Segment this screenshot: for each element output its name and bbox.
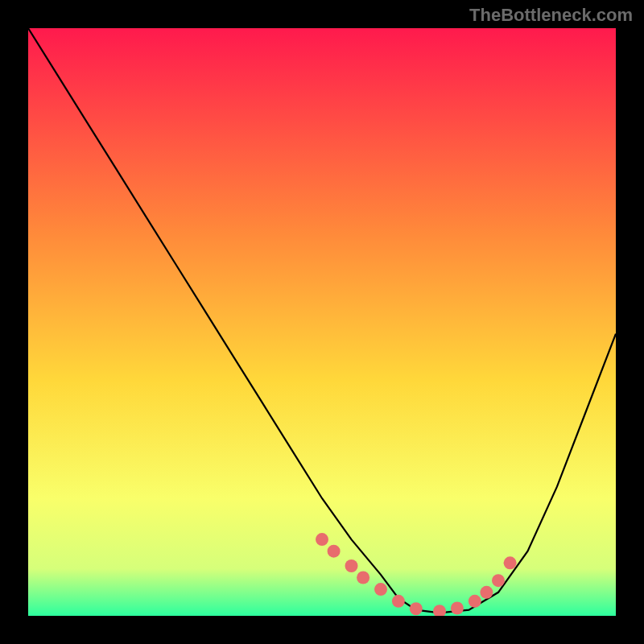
marker-dot [410,602,423,615]
marker-dot [451,602,464,615]
marker-dot [357,572,369,584]
marker-dot [328,545,341,558]
marker-dot [316,533,328,546]
marker-dot [480,586,493,599]
bottleneck-chart [28,28,616,616]
marker-dot [345,559,358,572]
marker-dot [392,595,405,608]
marker-dot [492,574,505,587]
marker-dot [469,595,481,608]
marker-dot [504,556,517,569]
marker-dot [374,583,387,596]
chart-background [28,28,616,616]
watermark-text: TheBottleneck.com [469,5,633,26]
